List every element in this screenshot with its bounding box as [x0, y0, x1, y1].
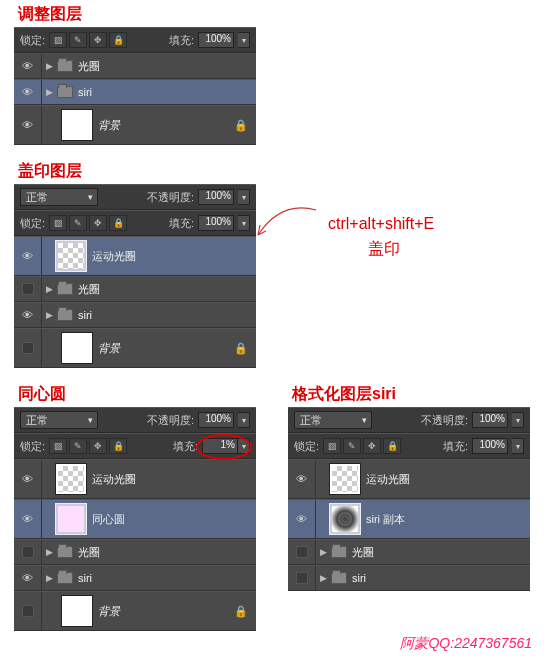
- disclosure-icon[interactable]: ▶: [320, 547, 327, 557]
- visibility-icon[interactable]: 👁: [14, 106, 42, 144]
- disclosure-icon[interactable]: ▶: [46, 87, 53, 97]
- visibility-icon[interactable]: [288, 540, 316, 564]
- section-3: 同心圆 正常 不透明度: 100%▾ 锁定: ▨ ✎ ✥ 🔒: [14, 382, 256, 631]
- folder-icon: [331, 572, 347, 584]
- layer-name: 背景: [98, 341, 120, 356]
- layer-background[interactable]: 背景 🔒: [14, 591, 256, 631]
- disclosure-icon[interactable]: ▶: [320, 573, 327, 583]
- layer-thumbnail: [56, 464, 86, 494]
- folder-icon: [57, 572, 73, 584]
- stamp-annotation: 盖印: [368, 239, 434, 260]
- visibility-icon[interactable]: 👁: [14, 237, 42, 275]
- layer-thumbnail: [62, 333, 92, 363]
- visibility-icon[interactable]: 👁: [288, 460, 316, 498]
- disclosure-icon[interactable]: ▶: [46, 61, 53, 71]
- disclosure-icon[interactable]: ▶: [46, 573, 53, 583]
- folder-icon: [57, 86, 73, 98]
- layer-thumbnail: [62, 596, 92, 626]
- visibility-icon[interactable]: 👁: [14, 460, 42, 498]
- fill-dropdown-icon[interactable]: ▾: [238, 32, 250, 48]
- layer-group-siri[interactable]: 👁 ▶ siri: [14, 79, 256, 105]
- layer-background[interactable]: 背景 🔒: [14, 328, 256, 368]
- layer-group-aperture[interactable]: ▶ 光圈: [14, 276, 256, 302]
- fill-dropdown-icon[interactable]: ▾: [512, 438, 524, 454]
- blend-mode-dropdown[interactable]: 正常: [294, 411, 372, 429]
- visibility-icon[interactable]: 👁: [14, 500, 42, 538]
- visibility-icon[interactable]: 👁: [288, 500, 316, 538]
- section-4: 格式化图层siri 正常 不透明度: 100%▾ 锁定: ▨ ✎ ✥ 🔒: [288, 382, 530, 591]
- visibility-icon[interactable]: 👁: [14, 303, 42, 327]
- lock-position-icon[interactable]: ✥: [89, 215, 107, 231]
- section-title-4: 格式化图层siri: [288, 382, 400, 407]
- visibility-icon[interactable]: [14, 329, 42, 367]
- fill-value[interactable]: 100%: [198, 215, 234, 231]
- disclosure-icon[interactable]: ▶: [46, 547, 53, 557]
- section-title-3: 同心圆: [14, 382, 70, 407]
- fill-label: 填充:: [169, 33, 194, 48]
- lock-icon: 🔒: [234, 342, 248, 355]
- visibility-icon[interactable]: [14, 277, 42, 301]
- visibility-icon[interactable]: [14, 592, 42, 630]
- opacity-value[interactable]: 100%: [198, 189, 234, 205]
- layer-siri-copy[interactable]: 👁 siri 副本: [288, 499, 530, 539]
- layer-name: 光圈: [78, 282, 100, 297]
- visibility-icon[interactable]: [14, 540, 42, 564]
- disclosure-icon[interactable]: ▶: [46, 284, 53, 294]
- opacity-dropdown-icon[interactable]: ▾: [238, 412, 250, 428]
- folder-icon: [57, 283, 73, 295]
- lock-label: 锁定:: [20, 216, 45, 231]
- visibility-icon[interactable]: [288, 566, 316, 590]
- lock-pixels-icon[interactable]: ✎: [69, 215, 87, 231]
- lock-pixels-icon[interactable]: ✎: [343, 438, 361, 454]
- opacity-value[interactable]: 100%: [472, 412, 508, 428]
- lock-position-icon[interactable]: ✥: [363, 438, 381, 454]
- lock-pixels-icon[interactable]: ✎: [69, 438, 87, 454]
- lock-position-icon[interactable]: ✥: [89, 438, 107, 454]
- layer-group-siri[interactable]: ▶ siri: [288, 565, 530, 591]
- layer-thumbnail-smartobject: [330, 504, 360, 534]
- layer-motion[interactable]: 👁 运动光圈: [14, 236, 256, 276]
- fill-value[interactable]: 100%: [472, 438, 508, 454]
- layer-thumbnail: [56, 504, 86, 534]
- lock-pixels-icon[interactable]: ✎: [69, 32, 87, 48]
- lock-transparent-icon[interactable]: ▨: [49, 438, 67, 454]
- folder-icon: [57, 309, 73, 321]
- visibility-icon[interactable]: 👁: [14, 80, 42, 104]
- opacity-value[interactable]: 100%: [198, 412, 234, 428]
- disclosure-icon[interactable]: ▶: [46, 310, 53, 320]
- layer-name: 光圈: [352, 545, 374, 560]
- lock-all-icon[interactable]: 🔒: [109, 32, 127, 48]
- lock-transparent-icon[interactable]: ▨: [49, 215, 67, 231]
- layer-motion[interactable]: 👁 运动光圈: [14, 459, 256, 499]
- layer-motion[interactable]: 👁 运动光圈: [288, 459, 530, 499]
- blend-mode-dropdown[interactable]: 正常: [20, 188, 98, 206]
- visibility-icon[interactable]: 👁: [14, 54, 42, 78]
- fill-label: 填充:: [169, 216, 194, 231]
- lock-all-icon[interactable]: 🔒: [109, 438, 127, 454]
- layer-group-aperture[interactable]: ▶ 光圈: [288, 539, 530, 565]
- layer-group-aperture[interactable]: ▶ 光圈: [14, 539, 256, 565]
- lock-all-icon[interactable]: 🔒: [383, 438, 401, 454]
- lock-position-icon[interactable]: ✥: [89, 32, 107, 48]
- layer-concentric[interactable]: 👁 同心圆: [14, 499, 256, 539]
- lock-transparent-icon[interactable]: ▨: [49, 32, 67, 48]
- folder-icon: [57, 546, 73, 558]
- layer-group-siri[interactable]: 👁 ▶ siri: [14, 565, 256, 591]
- blend-mode-dropdown[interactable]: 正常: [20, 411, 98, 429]
- layers-panel-1: 锁定: ▨ ✎ ✥ 🔒 填充: 100%▾ 👁 ▶ 光圈 👁 ▶: [14, 27, 256, 145]
- layer-name: 运动光圈: [92, 249, 136, 264]
- lock-all-icon[interactable]: 🔒: [109, 215, 127, 231]
- section-1: 调整图层 锁定: ▨ ✎ ✥ 🔒 填充: 100%▾ 👁 ▶ 光圈: [14, 2, 542, 145]
- lock-icon: 🔒: [234, 119, 248, 132]
- opacity-dropdown-icon[interactable]: ▾: [512, 412, 524, 428]
- layer-group-siri[interactable]: 👁 ▶ siri: [14, 302, 256, 328]
- fill-value-highlighted[interactable]: 1%: [202, 438, 238, 454]
- lock-transparent-icon[interactable]: ▨: [323, 438, 341, 454]
- folder-icon: [57, 60, 73, 72]
- lock-label: 锁定:: [20, 439, 45, 454]
- layer-background[interactable]: 👁 背景 🔒: [14, 105, 256, 145]
- fill-dropdown-icon[interactable]: ▾: [238, 438, 250, 454]
- fill-value[interactable]: 100%: [198, 32, 234, 48]
- layer-group-aperture[interactable]: 👁 ▶ 光圈: [14, 53, 256, 79]
- visibility-icon[interactable]: 👁: [14, 566, 42, 590]
